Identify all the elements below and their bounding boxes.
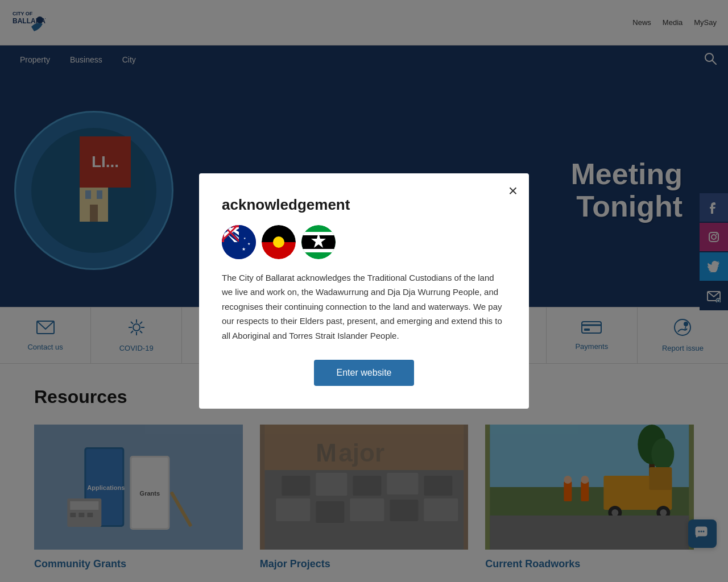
aboriginal-flag-icon	[262, 225, 296, 259]
modal-body-text: The City of Ballarat acknowledges the Tr…	[222, 271, 506, 343]
modal-title: acknowledgement	[222, 196, 506, 214]
australian-flag-icon: ★ ★ ★	[222, 225, 256, 259]
modal-overlay[interactable]: × acknowledgement	[0, 0, 728, 582]
acknowledgement-modal: × acknowledgement	[199, 173, 529, 409]
modal-close-button[interactable]: ×	[508, 182, 518, 200]
svg-point-17	[273, 236, 284, 248]
svg-text:★: ★	[247, 242, 250, 246]
svg-text:★: ★	[242, 247, 246, 252]
modal-flags: ★ ★ ★	[222, 225, 506, 259]
tsi-flag-icon	[301, 225, 336, 259]
enter-website-button[interactable]: Enter website	[314, 360, 415, 386]
svg-rect-22	[301, 249, 336, 252]
